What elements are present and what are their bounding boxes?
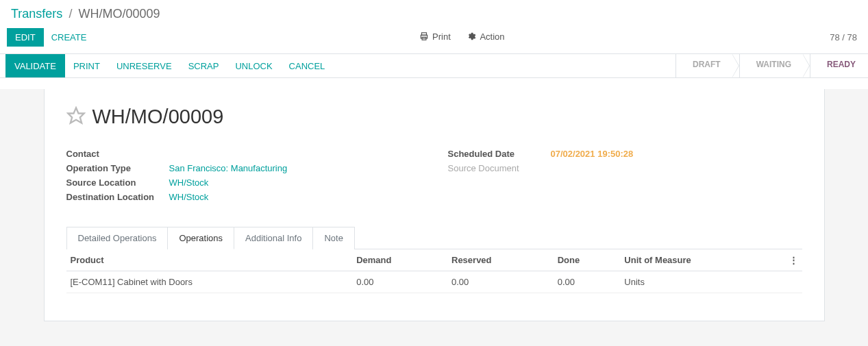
scheduled-date-value: 07/02/2021 19:50:28 <box>551 149 634 159</box>
form-sheet: WH/MO/00009 Contact Operation Type San F… <box>44 89 825 321</box>
cancel-button[interactable]: CANCEL <box>281 54 334 77</box>
status-ready[interactable]: READY <box>810 54 868 77</box>
pager[interactable]: 78 / 78 <box>830 32 861 42</box>
print-label: Print <box>432 32 451 42</box>
col-reserved[interactable]: Reserved <box>447 249 554 271</box>
validate-button[interactable]: VALIDATE <box>5 54 65 77</box>
cell-demand: 0.00 <box>352 271 447 293</box>
record-title: WH/MO/00009 <box>92 106 224 128</box>
destination-location-value[interactable]: WH/Stock <box>169 192 209 202</box>
svg-marker-3 <box>68 108 84 123</box>
breadcrumb-separator: / <box>69 7 72 21</box>
cell-uom: Units <box>620 271 784 293</box>
gear-icon <box>467 32 476 41</box>
tab-note[interactable]: Note <box>313 227 354 249</box>
print-button[interactable]: PRINT <box>65 54 108 77</box>
status-arrow-icon <box>803 54 810 77</box>
contact-label: Contact <box>66 149 169 159</box>
status-bar: DRAFT WAITING READY <box>675 54 868 77</box>
scrap-button[interactable]: SCRAP <box>180 54 227 77</box>
breadcrumb-current: WH/MO/00009 <box>78 7 160 21</box>
tab-detailed-operations[interactable]: Detailed Operations <box>66 227 169 249</box>
source-location-label: Source Location <box>66 177 169 188</box>
control-row: EDIT CREATE Print Action 78 / 78 <box>0 25 868 53</box>
edit-button[interactable]: EDIT <box>7 28 44 47</box>
pager-total: 78 <box>847 32 857 42</box>
destination-location-label: Destination Location <box>66 192 169 202</box>
breadcrumb: Transfers / WH/MO/00009 <box>0 0 868 25</box>
operations-table: Product Demand Reserved Done Unit of Mea… <box>66 249 802 293</box>
unlock-button[interactable]: UNLOCK <box>227 54 280 77</box>
col-done[interactable]: Done <box>554 249 621 271</box>
operation-type-value[interactable]: San Francisco: Manufacturing <box>169 163 288 173</box>
status-waiting[interactable]: WAITING <box>739 54 804 77</box>
print-dropdown[interactable]: Print <box>419 32 451 42</box>
scheduled-date-label: Scheduled Date <box>448 149 551 159</box>
action-bar: VALIDATE PRINT UNRESERVE SCRAP UNLOCK CA… <box>0 53 868 78</box>
kebab-icon[interactable]: ⋮ <box>785 249 802 271</box>
pager-current: 78 <box>830 32 839 42</box>
print-icon <box>419 32 429 41</box>
col-demand[interactable]: Demand <box>352 249 447 271</box>
cell-reserved: 0.00 <box>447 271 554 293</box>
breadcrumb-root[interactable]: Transfers <box>11 7 62 21</box>
operation-type-label: Operation Type <box>66 163 169 173</box>
tab-operations[interactable]: Operations <box>168 227 234 249</box>
action-label: Action <box>480 32 504 42</box>
unreserve-button[interactable]: UNRESERVE <box>108 54 180 77</box>
create-button[interactable]: CREATE <box>44 29 95 46</box>
action-dropdown[interactable]: Action <box>467 32 504 42</box>
col-product[interactable]: Product <box>66 249 353 271</box>
source-document-label: Source Document <box>448 163 551 173</box>
status-arrow-icon <box>732 54 739 77</box>
star-icon[interactable] <box>66 106 86 127</box>
source-location-value[interactable]: WH/Stock <box>169 177 209 188</box>
cell-product: [E-COM11] Cabinet with Doors <box>66 271 353 293</box>
tab-additional-info[interactable]: Additional Info <box>234 227 313 249</box>
col-uom[interactable]: Unit of Measure <box>620 249 784 271</box>
cell-done: 0.00 <box>554 271 621 293</box>
status-draft[interactable]: DRAFT <box>675 54 733 77</box>
tabs: Detailed Operations Operations Additiona… <box>66 227 802 249</box>
table-row[interactable]: [E-COM11] Cabinet with Doors 0.00 0.00 0… <box>66 271 802 293</box>
